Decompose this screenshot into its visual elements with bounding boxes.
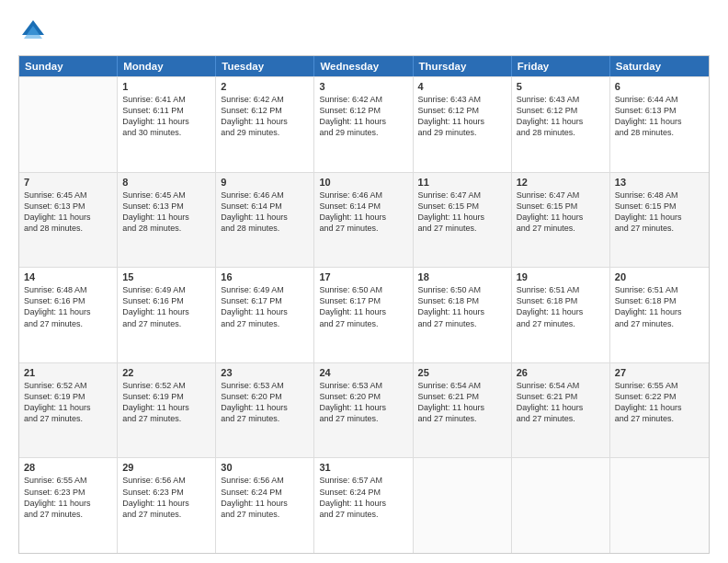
cell-text: Sunrise: 6:41 AMSunset: 6:11 PMDaylight:… [122,94,210,139]
cell-text: Sunrise: 6:42 AMSunset: 6:12 PMDaylight:… [319,94,407,139]
day-number: 21 [24,367,112,378]
header-day-thursday: Thursday [414,56,512,76]
cal-cell-4-3: 23Sunrise: 6:53 AMSunset: 6:20 PMDayligh… [216,363,314,458]
cell-text: Sunrise: 6:50 AMSunset: 6:18 PMDaylight:… [418,284,506,329]
cell-text: Sunrise: 6:53 AMSunset: 6:20 PMDaylight:… [221,380,309,425]
day-number: 27 [615,367,704,378]
cell-text: Sunrise: 6:46 AMSunset: 6:14 PMDaylight:… [221,190,309,235]
day-number: 25 [418,367,506,378]
header-day-wednesday: Wednesday [314,56,413,76]
cell-text: Sunrise: 6:45 AMSunset: 6:13 PMDaylight:… [122,190,210,235]
day-number: 19 [517,271,605,282]
cal-cell-2-3: 9Sunrise: 6:46 AMSunset: 6:14 PMDaylight… [216,173,314,268]
cal-cell-5-7 [610,458,709,553]
cell-text: Sunrise: 6:44 AMSunset: 6:13 PMDaylight:… [615,94,704,139]
page: SundayMondayTuesdayWednesdayThursdayFrid… [0,0,728,563]
cal-cell-1-7: 6Sunrise: 6:44 AMSunset: 6:13 PMDaylight… [610,77,709,172]
cal-cell-3-4: 17Sunrise: 6:50 AMSunset: 6:17 PMDayligh… [314,268,413,362]
day-number: 4 [418,81,506,92]
cal-cell-1-2: 1Sunrise: 6:41 AMSunset: 6:11 PMDaylight… [118,77,216,172]
cell-text: Sunrise: 6:47 AMSunset: 6:15 PMDaylight:… [418,190,506,235]
calendar-body: 1Sunrise: 6:41 AMSunset: 6:11 PMDaylight… [19,76,709,553]
header-day-saturday: Saturday [610,56,709,76]
cal-cell-3-3: 16Sunrise: 6:49 AMSunset: 6:17 PMDayligh… [216,268,314,362]
cal-cell-4-7: 27Sunrise: 6:55 AMSunset: 6:22 PMDayligh… [610,363,709,458]
cal-cell-2-5: 11Sunrise: 6:47 AMSunset: 6:15 PMDayligh… [414,173,512,268]
calendar-row-1: 1Sunrise: 6:41 AMSunset: 6:11 PMDaylight… [19,76,709,172]
day-number: 28 [24,462,112,473]
cal-cell-4-4: 24Sunrise: 6:53 AMSunset: 6:20 PMDayligh… [314,363,413,458]
header-day-tuesday: Tuesday [216,56,314,76]
cal-cell-2-1: 7Sunrise: 6:45 AMSunset: 6:13 PMDaylight… [19,173,118,268]
cal-cell-1-5: 4Sunrise: 6:43 AMSunset: 6:12 PMDaylight… [414,77,512,172]
cell-text: Sunrise: 6:55 AMSunset: 6:23 PMDaylight:… [24,475,112,520]
cell-text: Sunrise: 6:54 AMSunset: 6:21 PMDaylight:… [418,380,506,425]
day-number: 3 [319,81,407,92]
cell-text: Sunrise: 6:43 AMSunset: 6:12 PMDaylight:… [517,94,605,139]
header-day-friday: Friday [512,56,610,76]
cell-text: Sunrise: 6:48 AMSunset: 6:15 PMDaylight:… [615,190,704,235]
cell-text: Sunrise: 6:57 AMSunset: 6:24 PMDaylight:… [319,475,407,520]
header [18,17,710,46]
cell-text: Sunrise: 6:52 AMSunset: 6:19 PMDaylight:… [122,380,210,425]
cal-cell-2-4: 10Sunrise: 6:46 AMSunset: 6:14 PMDayligh… [314,173,413,268]
cell-text: Sunrise: 6:50 AMSunset: 6:17 PMDaylight:… [319,284,407,329]
cal-cell-3-1: 14Sunrise: 6:48 AMSunset: 6:16 PMDayligh… [19,268,118,362]
day-number: 1 [122,81,210,92]
cal-cell-3-7: 20Sunrise: 6:51 AMSunset: 6:18 PMDayligh… [610,268,709,362]
cell-text: Sunrise: 6:42 AMSunset: 6:12 PMDaylight:… [221,94,309,139]
day-number: 7 [24,177,112,188]
day-number: 16 [221,271,309,282]
cal-cell-1-4: 3Sunrise: 6:42 AMSunset: 6:12 PMDaylight… [314,77,413,172]
cal-cell-4-6: 26Sunrise: 6:54 AMSunset: 6:21 PMDayligh… [512,363,610,458]
cal-cell-5-6 [512,458,610,553]
cell-text: Sunrise: 6:56 AMSunset: 6:23 PMDaylight:… [122,475,210,520]
day-number: 29 [122,462,210,473]
cell-text: Sunrise: 6:48 AMSunset: 6:16 PMDaylight:… [24,284,112,329]
day-number: 18 [418,271,506,282]
header-day-monday: Monday [118,56,216,76]
day-number: 24 [319,367,407,378]
cell-text: Sunrise: 6:49 AMSunset: 6:16 PMDaylight:… [122,284,210,329]
cal-cell-3-2: 15Sunrise: 6:49 AMSunset: 6:16 PMDayligh… [118,268,216,362]
logo-icon [18,17,48,46]
day-number: 15 [122,271,210,282]
day-number: 14 [24,271,112,282]
day-number: 5 [517,81,605,92]
cal-cell-2-6: 12Sunrise: 6:47 AMSunset: 6:15 PMDayligh… [512,173,610,268]
cell-text: Sunrise: 6:53 AMSunset: 6:20 PMDaylight:… [319,380,407,425]
cal-cell-2-7: 13Sunrise: 6:48 AMSunset: 6:15 PMDayligh… [610,173,709,268]
cell-text: Sunrise: 6:51 AMSunset: 6:18 PMDaylight:… [517,284,605,329]
cal-cell-5-3: 30Sunrise: 6:56 AMSunset: 6:24 PMDayligh… [216,458,314,553]
cal-cell-1-6: 5Sunrise: 6:43 AMSunset: 6:12 PMDaylight… [512,77,610,172]
cal-cell-5-2: 29Sunrise: 6:56 AMSunset: 6:23 PMDayligh… [118,458,216,553]
calendar-row-2: 7Sunrise: 6:45 AMSunset: 6:13 PMDaylight… [19,172,709,268]
calendar-row-4: 21Sunrise: 6:52 AMSunset: 6:19 PMDayligh… [19,362,709,458]
day-number: 12 [517,177,605,188]
calendar-row-5: 28Sunrise: 6:55 AMSunset: 6:23 PMDayligh… [19,457,709,553]
calendar-row-3: 14Sunrise: 6:48 AMSunset: 6:16 PMDayligh… [19,267,709,362]
calendar: SundayMondayTuesdayWednesdayThursdayFrid… [18,55,710,554]
calendar-header: SundayMondayTuesdayWednesdayThursdayFrid… [19,56,709,76]
cal-cell-5-5 [414,458,512,553]
cell-text: Sunrise: 6:45 AMSunset: 6:13 PMDaylight:… [24,190,112,235]
cell-text: Sunrise: 6:55 AMSunset: 6:22 PMDaylight:… [615,380,704,425]
cell-text: Sunrise: 6:43 AMSunset: 6:12 PMDaylight:… [418,94,506,139]
cal-cell-3-6: 19Sunrise: 6:51 AMSunset: 6:18 PMDayligh… [512,268,610,362]
day-number: 30 [221,462,309,473]
cell-text: Sunrise: 6:54 AMSunset: 6:21 PMDaylight:… [517,380,605,425]
day-number: 31 [319,462,407,473]
cal-cell-4-5: 25Sunrise: 6:54 AMSunset: 6:21 PMDayligh… [414,363,512,458]
header-day-sunday: Sunday [19,56,118,76]
day-number: 17 [319,271,407,282]
cell-text: Sunrise: 6:56 AMSunset: 6:24 PMDaylight:… [221,475,309,520]
day-number: 9 [221,177,309,188]
cal-cell-4-1: 21Sunrise: 6:52 AMSunset: 6:19 PMDayligh… [19,363,118,458]
cell-text: Sunrise: 6:46 AMSunset: 6:14 PMDaylight:… [319,190,407,235]
cell-text: Sunrise: 6:52 AMSunset: 6:19 PMDaylight:… [24,380,112,425]
day-number: 10 [319,177,407,188]
cal-cell-3-5: 18Sunrise: 6:50 AMSunset: 6:18 PMDayligh… [414,268,512,362]
day-number: 20 [615,271,704,282]
day-number: 22 [122,367,210,378]
cal-cell-1-3: 2Sunrise: 6:42 AMSunset: 6:12 PMDaylight… [216,77,314,172]
